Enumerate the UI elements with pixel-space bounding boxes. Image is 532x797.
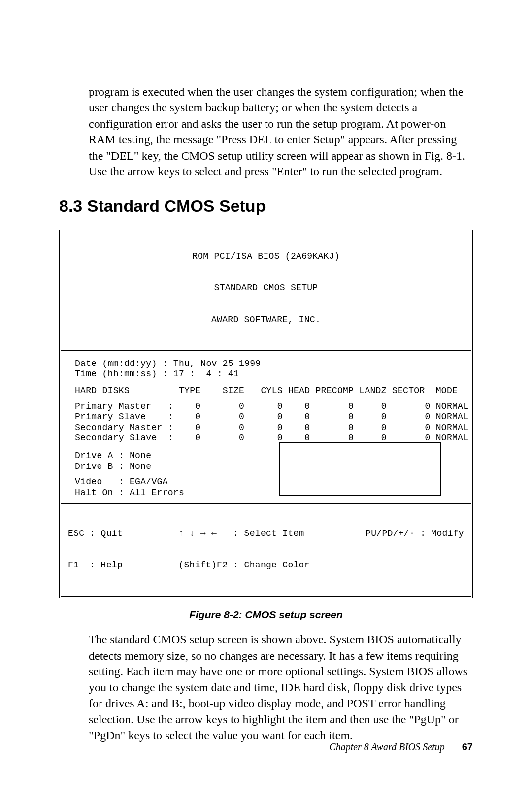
figure-caption: Figure 8-2: CMOS setup screen [59,609,473,621]
bios-footer-right: PU/PD/+/- : Modify [366,507,464,592]
bios-header-line3: AWARD SOFTWARE, INC. [61,315,471,326]
bios-footer-color: (Shift)F2 : Change Color [178,560,309,571]
bios-header: ROM PCI/ISA BIOS (2A69KAKJ) STANDARD CMO… [61,230,471,349]
bios-screenshot: ROM PCI/ISA BIOS (2A69KAKJ) STANDARD CMO… [59,230,473,598]
bios-disk-row: Secondary Master : 0 0 0 0 0 0 0 NORMAL [75,423,457,433]
bios-date-line: Date (mm:dd:yy) : Thu, Nov 25 1999 [75,359,457,369]
intro-paragraph: program is executed when the user change… [89,84,473,179]
bios-disk-header: HARD DISKS TYPE SIZE CYLS HEAD PRECOMP L… [75,386,457,397]
section-heading: 8.3 Standard CMOS Setup [59,197,473,216]
body-paragraph: The standard CMOS setup screen is shown … [89,631,473,743]
footer-chapter: Chapter 8 Award BIOS Setup [329,741,444,752]
bios-header-line1: ROM PCI/ISA BIOS (2A69KAKJ) [61,251,471,262]
bios-footer-left: ESC : Quit F1 : Help [68,507,123,592]
bios-disk-row: Primary Master : 0 0 0 0 0 0 0 NORMAL [75,401,457,412]
bios-footer-quit: ESC : Quit [68,529,123,539]
bios-disk-row: Primary Slave : 0 0 0 0 0 0 0 NORMAL [75,412,457,423]
bios-footer-mid: ↑ ↓ → ← : Select Item (Shift)F2 : Change… [178,507,309,592]
bios-time-line: Time (hh:mm:ss) : 17 : 4 : 41 [75,369,457,380]
bios-footer-help: F1 : Help [68,560,123,571]
bios-footer-select: ↑ ↓ → ← : Select Item [178,529,309,539]
page-footer: Chapter 8 Award BIOS Setup 67 [329,741,473,753]
bios-memory-box [279,442,441,496]
footer-page-number: 67 [462,741,473,752]
bios-footer: ESC : Quit F1 : Help ↑ ↓ → ← : Select It… [61,502,471,596]
bios-header-line2: STANDARD CMOS SETUP [61,283,471,294]
bios-body: Date (mm:dd:yy) : Thu, Nov 25 1999 Time … [61,349,471,502]
bios-footer-modify: PU/PD/+/- : Modify [366,529,464,539]
bios-disk-table: HARD DISKS TYPE SIZE CYLS HEAD PRECOMP L… [75,386,457,444]
